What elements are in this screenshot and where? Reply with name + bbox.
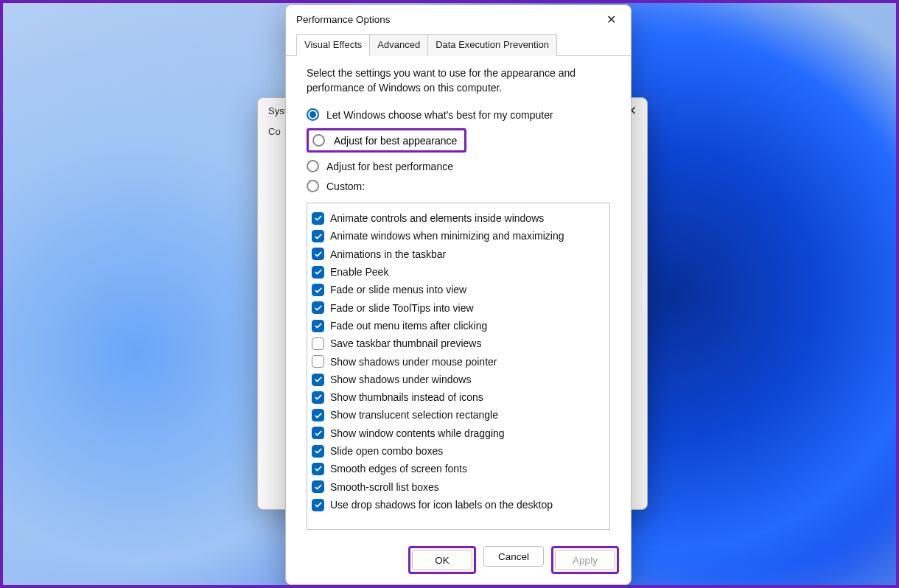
- checkbox-icon: [312, 266, 324, 279]
- checkbox-icon: [312, 212, 324, 225]
- checkbox-icon: [312, 499, 324, 511]
- checkbox-label: Animate windows when minimizing and maxi…: [330, 228, 564, 243]
- window-title: Performance Options: [296, 14, 391, 25]
- checkbox-icon: [312, 480, 324, 493]
- radio-icon: [312, 134, 325, 147]
- checkbox-label: Use drop shadows for icon labels on the …: [330, 497, 553, 512]
- radio-label: Adjust for best appearance: [334, 135, 457, 147]
- checkbox-row[interactable]: Animate windows when minimizing and maxi…: [312, 227, 605, 245]
- radio-group: Let Windows choose what's best for my co…: [307, 108, 610, 192]
- performance-options-window: Performance Options ✕ Visual EffectsAdva…: [285, 4, 632, 585]
- checkbox-icon: [312, 284, 324, 296]
- checkbox-label: Show shadows under mouse pointer: [330, 354, 497, 369]
- cancel-button[interactable]: Cancel: [483, 546, 544, 567]
- checkbox-label: Save taskbar thumbnail previews: [330, 336, 481, 351]
- radio-label: Adjust for best performance: [326, 161, 453, 172]
- radio-icon: [307, 180, 319, 192]
- checkbox-row[interactable]: Fade or slide ToolTips into view: [312, 299, 605, 317]
- checkbox-row[interactable]: Show shadows under windows: [312, 371, 605, 388]
- system-properties-tab-partial[interactable]: Co: [268, 126, 281, 137]
- ok-button-highlight: OK: [408, 546, 476, 574]
- checkbox-icon: [312, 301, 324, 314]
- checkbox-row[interactable]: Smooth-scroll list boxes: [312, 478, 605, 496]
- checkbox-label: Smooth-scroll list boxes: [330, 480, 439, 494]
- radio-icon: [307, 108, 319, 121]
- ok-button[interactable]: OK: [412, 550, 472, 570]
- radio-label: Let Windows choose what's best for my co…: [326, 109, 553, 121]
- checkbox-row[interactable]: Show translucent selection rectangle: [312, 406, 605, 424]
- checkbox-row[interactable]: Use drop shadows for icon labels on the …: [312, 496, 605, 514]
- checkbox-label: Show window contents while dragging: [330, 426, 505, 441]
- button-bar: OK Cancel Apply: [286, 537, 631, 584]
- checkbox-row[interactable]: Enable Peek: [312, 263, 605, 281]
- titlebar: Performance Options ✕: [286, 5, 631, 33]
- checkbox-label: Show translucent selection rectangle: [330, 407, 498, 422]
- checkbox-row[interactable]: Animate controls and elements inside win…: [312, 209, 605, 227]
- radio-option[interactable]: Let Windows choose what's best for my co…: [307, 108, 610, 121]
- checkbox-label: Fade or slide menus into view: [330, 282, 466, 297]
- checkbox-row[interactable]: Show shadows under mouse pointer: [312, 353, 605, 371]
- close-button[interactable]: ✕: [602, 10, 620, 29]
- tab-data-execution-prevention[interactable]: Data Execution Prevention: [427, 34, 557, 56]
- checkbox-label: Show shadows under windows: [330, 372, 471, 387]
- apply-button-highlight: Apply: [551, 546, 619, 574]
- checkbox-icon: [312, 445, 324, 458]
- apply-button[interactable]: Apply: [555, 550, 615, 570]
- tab-advanced[interactable]: Advanced: [369, 34, 428, 56]
- checkbox-icon: [312, 337, 324, 350]
- checkbox-row[interactable]: Fade or slide menus into view: [312, 281, 605, 298]
- radio-option[interactable]: Adjust for best performance: [307, 160, 610, 172]
- checkbox-row[interactable]: Show thumbnails instead of icons: [312, 388, 605, 406]
- checkbox-row[interactable]: Save taskbar thumbnail previews: [312, 335, 605, 352]
- checkbox-row[interactable]: Show window contents while dragging: [312, 424, 605, 442]
- checkbox-icon: [312, 463, 324, 475]
- system-properties-title: Syst: [268, 105, 287, 116]
- checkbox-label: Show thumbnails instead of icons: [330, 390, 483, 405]
- checkbox-label: Animations in the taskbar: [330, 247, 446, 262]
- checkbox-icon: [312, 355, 324, 368]
- visual-effects-list[interactable]: Animate controls and elements inside win…: [307, 203, 610, 530]
- tab-visual-effects[interactable]: Visual Effects: [296, 34, 370, 56]
- checkbox-row[interactable]: Animations in the taskbar: [312, 245, 605, 263]
- checkbox-icon: [312, 374, 324, 386]
- tabstrip: Visual EffectsAdvancedData Execution Pre…: [286, 33, 631, 56]
- checkbox-label: Enable Peek: [330, 265, 388, 279]
- checkbox-icon: [312, 427, 324, 439]
- checkbox-row[interactable]: Slide open combo boxes: [312, 442, 605, 460]
- tab-content: Select the settings you want to use for …: [286, 56, 631, 537]
- checkbox-row[interactable]: Fade out menu items after clicking: [312, 317, 605, 335]
- checkbox-icon: [312, 391, 324, 404]
- description-text: Select the settings you want to use for …: [307, 66, 610, 95]
- radio-label: Custom:: [326, 181, 365, 192]
- radio-icon: [307, 160, 319, 172]
- checkbox-icon: [312, 320, 324, 332]
- checkbox-icon: [312, 409, 324, 421]
- checkbox-label: Smooth edges of screen fonts: [330, 461, 467, 476]
- checkbox-icon: [312, 248, 324, 260]
- radio-option[interactable]: Adjust for best appearance: [307, 128, 466, 153]
- checkbox-label: Fade or slide ToolTips into view: [330, 301, 474, 315]
- checkbox-label: Animate controls and elements inside win…: [330, 211, 544, 225]
- checkbox-icon: [312, 230, 324, 242]
- radio-option[interactable]: Custom:: [307, 180, 610, 192]
- checkbox-label: Fade out menu items after clicking: [330, 318, 487, 333]
- checkbox-label: Slide open combo boxes: [330, 444, 443, 458]
- checkbox-row[interactable]: Smooth edges of screen fonts: [312, 460, 605, 477]
